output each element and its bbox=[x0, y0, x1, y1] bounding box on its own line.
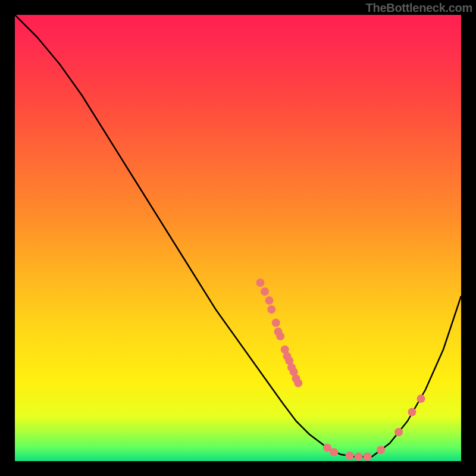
bottleneck-curve bbox=[15, 15, 461, 457]
scatter-dot bbox=[377, 446, 385, 454]
scatter-dot bbox=[330, 448, 338, 456]
scatter-dot bbox=[276, 332, 284, 340]
scatter-dot bbox=[355, 453, 363, 461]
scatter-dot bbox=[417, 394, 425, 403]
scatter-dot bbox=[267, 305, 275, 314]
attribution-text: TheBottleneck.com bbox=[366, 1, 472, 15]
scatter-dot bbox=[346, 452, 354, 460]
scatter-dot bbox=[394, 428, 403, 436]
scatter-dot bbox=[272, 319, 280, 327]
scatter-dot bbox=[256, 278, 265, 287]
plot-area bbox=[15, 15, 461, 461]
scatter-dot bbox=[364, 453, 372, 461]
scatter-dot bbox=[261, 287, 269, 296]
scatter-dot bbox=[408, 408, 416, 416]
scatter-dot bbox=[294, 379, 302, 387]
chart-svg bbox=[15, 15, 461, 461]
scatter-dot bbox=[265, 296, 274, 305]
